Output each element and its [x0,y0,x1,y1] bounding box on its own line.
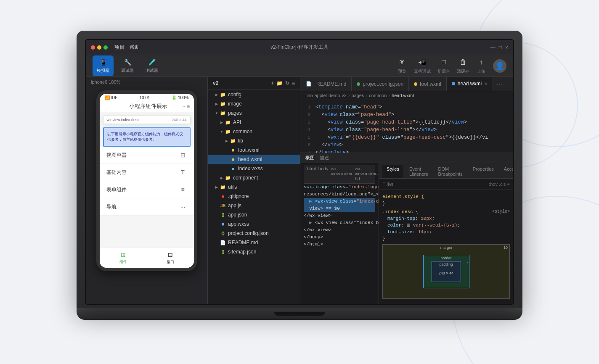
tree-item-label: component [233,175,258,181]
maximize-button[interactable] [103,45,108,50]
debug-tab-preview[interactable]: 概图 [305,155,315,161]
upload-action[interactable]: ↑ 上传 [476,57,486,74]
sel-html[interactable]: html [307,166,316,182]
menu-item-nav[interactable]: 导航 ··· [100,198,194,216]
new-file-btn[interactable]: + [271,80,274,86]
sel-body[interactable]: body [318,166,329,182]
styles-tab-accessibility[interactable]: Accessibility [500,165,513,178]
tooltip-label: wx-view.index-desc [107,118,140,122]
tree-item-label: README.md [228,240,258,245]
clear-cache-label: 清缓存 [457,69,469,74]
style-property-name-1: color [387,223,401,228]
tree-item-pages[interactable]: ▼ 📁 pages [208,108,300,118]
code-content[interactable]: 1 <template name="head"> 2 <view class="… [300,100,513,153]
style-property-name-2: font-size [387,229,412,235]
tree-item-config[interactable]: ▶ 📁 config [208,90,300,99]
line-num-6: 6 [300,141,315,149]
breadcrumb: fino-applet-demo-v2 › pages › common › h… [300,91,513,100]
tab-close-button[interactable]: × [484,81,488,87]
tree-item-common[interactable]: ▼ 📁 common [208,127,300,136]
cut-bg-icon: □ [439,57,449,67]
styles-filter-input[interactable] [382,181,485,187]
tab-icon-0: 📄 [305,81,312,87]
tree-item-component[interactable]: ▶ 📁 component [208,173,300,182]
tree-item-app-json[interactable]: ▶ {} app.json [208,210,300,219]
styles-tab-properties[interactable]: Properties [469,165,498,178]
style-rule-close-0: } [382,201,385,206]
phone-outer: 📶 IDE 10:01 🔋 100% 小程序组件展示 ··· ⊕ [96,90,197,271]
html-code-view[interactable]: html body wx-view.index wx-view.index-hd… [300,163,379,304]
menu-item-view-container[interactable]: 视图容器 ⊡ [100,147,194,164]
debug-tab-detail[interactable]: 描述 [320,155,329,161]
phone-nav-interface[interactable]: ⊟ 接口 [147,248,194,268]
tree-item-head-wxml[interactable]: ▶ ■ head.wxml [208,155,300,164]
styles-content: element.style { } .index-desc { <style> [379,190,513,241]
folder-icon: 📁 [230,137,236,144]
menu-project[interactable]: 项目 [114,44,125,51]
html-line-7: </body> [304,234,375,241]
tree-item-lib[interactable]: ▶ 📁 lib [208,136,300,145]
tree-item-readme[interactable]: ▶ 📄 README.md [208,238,300,247]
phone-content: wx-view.index-desc 240 × 44 以下用展示小程序官方组件… [100,112,194,248]
collapse-btn[interactable]: ≡ [292,80,295,86]
tree-item-utils[interactable]: ▶ 📁 utils [208,182,300,192]
maximize-icon[interactable]: □ [499,45,502,50]
line-num-2: 2 [300,111,315,119]
file-icon: JS [220,202,226,209]
cut-background-action[interactable]: □ 切后台 [437,57,450,74]
minimize-button[interactable] [97,45,101,50]
folder-icon: 📁 [225,128,231,135]
menu-item-label-0: 视图容器 [106,152,127,159]
highlight-text: 以下用展示小程序官方组件能力，组件样式仅供参考，自主风格仅供参考。 [107,132,186,142]
simulate-button[interactable]: 📱 模拟器 [93,55,114,76]
tab-foot-wxml[interactable]: foot.wxml [409,77,447,91]
tree-item-sitemap[interactable]: ▶ {} sitemap.json [208,247,300,256]
tab-readme[interactable]: 📄 README.md [300,77,352,91]
menu-item-icon-0: ⊡ [179,151,187,159]
styles-tab-event-listeners[interactable]: Event Listeners [405,165,432,178]
tooltip-size: 240 × 44 [172,118,186,122]
debug-button[interactable]: 🔧 调试器 [117,55,138,76]
minimize-icon[interactable]: — [490,45,496,50]
debug-panel: 概图 描述 html body [300,153,513,304]
realtime-debug-action[interactable]: 📲 真机调试 [414,57,431,74]
tree-item-index-wxss[interactable]: ▶ ■ index.wxss [208,164,300,173]
upload-label: 上传 [477,69,485,74]
new-folder-btn[interactable]: 📁 [276,80,283,86]
tree-item-api[interactable]: ▶ 📁 API [208,118,300,127]
phone-nav-component[interactable]: ⊞ 组件 [100,248,147,268]
tab-project-config[interactable]: project.config.json [352,77,409,91]
tabs-more-button[interactable]: ··· [493,80,505,88]
code-editor-panel: 📄 README.md project.config.json foot.wxm… [300,77,513,304]
tab-head-wxml[interactable]: head.wxml × [447,77,493,91]
test-button[interactable]: 🧪 测试器 [141,55,162,76]
menu-help[interactable]: 帮助 [130,44,140,51]
user-avatar[interactable]: 👤 [493,59,506,73]
box-model-container: margin 10 border - padding [379,241,513,304]
menu-item-form[interactable]: 表单组件 ≡ [100,181,194,198]
close-button[interactable] [91,45,95,50]
sel-wx-view-index[interactable]: wx-view.index [331,166,353,182]
tree-item-app-js[interactable]: ▶ JS app.js [208,201,300,210]
device-label: iphone6 100% [91,79,120,84]
styles-tab-dom-breakpoints[interactable]: DOM Breakpoints [434,165,467,178]
styles-filter: :hov .cls + [379,179,513,190]
styles-tab-styles[interactable]: Styles [382,165,403,178]
breadcrumb-2: common [369,93,387,98]
tree-item-project-config[interactable]: ▶ {} project.config.json [208,229,300,238]
menu-item-label-1: 基础内容 [106,169,127,176]
refresh-btn[interactable]: ↻ [285,80,289,86]
tree-item-image[interactable]: ▶ 📁 image [208,99,300,108]
style-property-value-0: 10px [421,216,432,221]
tree-item-app-wxss[interactable]: ▶ ■ app.wxss [208,219,300,229]
sel-wx-view-index-hd[interactable]: wx-view.index-hd [355,166,377,182]
phone-nav-label-0: 组件 [119,259,127,265]
menu-item-basic-content[interactable]: 基础内容 T [100,164,194,181]
realtime-icon: 📲 [417,57,427,67]
clear-cache-action[interactable]: 🗑 清缓存 [457,57,469,74]
tree-item-foot-wxml[interactable]: ▶ ■ foot.wxml [208,145,300,155]
preview-action[interactable]: 👁 预览 [397,57,407,74]
tree-item-gitignore[interactable]: ▶ ■ .gitignore [208,192,300,201]
close-icon[interactable]: × [505,45,508,50]
realtime-label: 真机调试 [414,69,431,74]
